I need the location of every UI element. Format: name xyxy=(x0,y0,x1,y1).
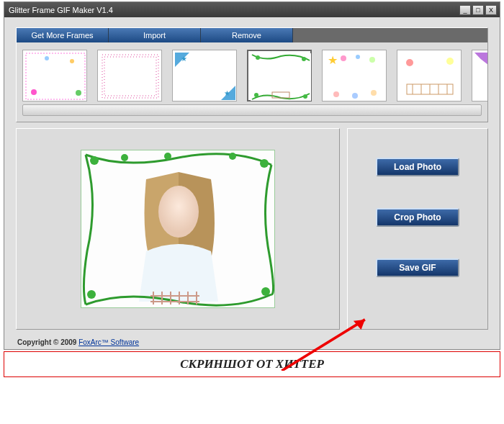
vendor-link[interactable]: FoxArc™ Software xyxy=(78,338,139,346)
svg-point-21 xyxy=(371,90,377,96)
frames-panel: Get More Frames Import Remove xyxy=(16,27,488,122)
svg-rect-5 xyxy=(102,55,158,98)
copyright-text: Copyright © 2009 xyxy=(17,338,78,346)
save-gif-button[interactable]: Save GIF xyxy=(376,258,459,277)
tabs-spacer xyxy=(293,28,487,42)
svg-rect-9 xyxy=(251,53,311,101)
frames-scrollbar[interactable] xyxy=(22,104,482,116)
svg-point-18 xyxy=(369,57,375,63)
window-title: Glitter Frame GIF Maker V1.4 xyxy=(7,6,459,14)
frame-thumb[interactable] xyxy=(97,50,162,102)
svg-point-1 xyxy=(31,89,37,95)
svg-text:★: ★ xyxy=(328,54,338,66)
svg-point-31 xyxy=(158,186,199,238)
tabs-row: Get More Frames Import Remove xyxy=(17,28,487,42)
svg-point-4 xyxy=(76,90,81,96)
frame-thumb[interactable] xyxy=(22,50,87,102)
crop-photo-button[interactable]: Crop Photo xyxy=(376,208,459,227)
svg-point-16 xyxy=(341,55,346,61)
svg-point-38 xyxy=(261,287,270,296)
tab-remove[interactable]: Remove xyxy=(201,28,293,42)
footer: Copyright © 2009 FoxArc™ Software xyxy=(4,334,500,349)
svg-point-12 xyxy=(254,93,258,97)
preview-image xyxy=(81,150,275,308)
svg-point-37 xyxy=(87,290,96,299)
tab-import[interactable]: Import xyxy=(109,28,201,42)
svg-point-2 xyxy=(45,56,49,60)
svg-point-19 xyxy=(333,91,339,97)
maximize-button[interactable]: □ xyxy=(472,5,484,15)
svg-text:★: ★ xyxy=(181,55,187,63)
frame-thumb[interactable] xyxy=(397,50,462,102)
svg-point-20 xyxy=(352,93,358,99)
close-button[interactable]: X xyxy=(485,5,497,15)
svg-point-28 xyxy=(406,59,413,66)
frame-thumbnails: ★★ xyxy=(17,42,487,104)
svg-point-11 xyxy=(302,57,306,61)
svg-point-3 xyxy=(70,59,74,63)
caption-text: СКРИНШОТ ОТ ХИТТЕР xyxy=(180,357,324,371)
svg-point-33 xyxy=(121,154,128,161)
main-area: Get More Frames Import Remove xyxy=(4,17,500,334)
svg-point-13 xyxy=(303,94,307,99)
workspace: Load Photo Crop Photo Save GIF xyxy=(16,128,488,330)
external-caption: СКРИНШОТ ОТ ХИТТЕР xyxy=(4,351,500,377)
window-controls: _ □ X xyxy=(459,5,497,15)
tab-get-more-frames[interactable]: Get More Frames xyxy=(17,28,109,42)
svg-point-29 xyxy=(446,58,454,65)
frame-thumb-partial[interactable] xyxy=(472,50,487,102)
svg-point-36 xyxy=(260,159,269,168)
svg-point-32 xyxy=(90,156,99,165)
svg-point-35 xyxy=(229,153,236,160)
svg-point-17 xyxy=(356,55,360,59)
load-photo-button[interactable]: Load Photo xyxy=(376,158,459,176)
frame-thumb[interactable]: ★★ xyxy=(172,50,237,102)
titlebar: Glitter Frame GIF Maker V1.4 _ □ X xyxy=(4,2,500,17)
actions-panel: Load Photo Crop Photo Save GIF xyxy=(347,128,488,330)
svg-text:★: ★ xyxy=(224,89,230,97)
minimize-button[interactable]: _ xyxy=(459,5,471,15)
svg-point-34 xyxy=(164,153,171,160)
svg-rect-6 xyxy=(104,57,156,96)
app-window: Glitter Frame GIF Maker V1.4 _ □ X Get M… xyxy=(4,1,500,350)
frame-thumb[interactable]: ★ xyxy=(322,50,387,102)
preview-panel xyxy=(16,128,340,330)
frame-thumb-selected[interactable] xyxy=(247,50,312,102)
svg-point-10 xyxy=(256,55,260,60)
